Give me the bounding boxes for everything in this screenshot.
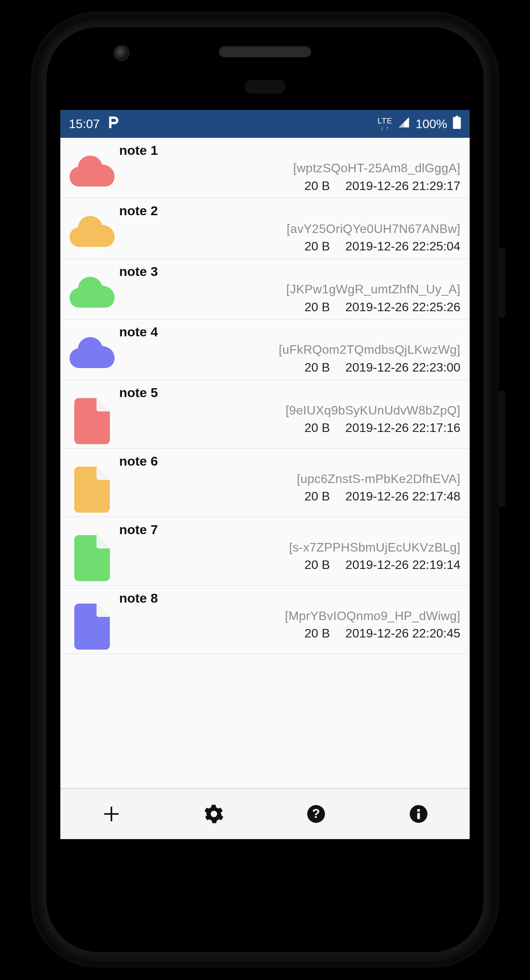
cloud-icon	[65, 142, 119, 187]
document-icon	[65, 521, 119, 581]
plus-icon	[102, 804, 121, 824]
status-left: 15:07	[69, 116, 119, 132]
note-hash: [upc6ZnstS-mPbKe2DfhEVA]	[119, 471, 460, 487]
note-title: note 5	[119, 384, 460, 401]
signal-icon	[398, 116, 410, 132]
note-hash: [9eIUXq9bSyKUnUdvW8bZpQ]	[119, 403, 460, 419]
note-meta: 20 B2019-12-26 22:17:48	[119, 488, 460, 505]
document-icon	[65, 384, 119, 444]
add-button[interactable]	[98, 800, 125, 828]
network-arrows-icon: ↓↑	[381, 125, 389, 131]
note-hash: [MprYBvIOQnmo9_HP_dWiwg]	[119, 608, 460, 624]
note-timestamp: 2019-12-26 22:25:26	[345, 299, 460, 315]
note-title: note 3	[119, 263, 460, 280]
help-icon: ?	[306, 804, 326, 824]
note-size: 20 B	[304, 299, 330, 315]
note-body: note 8[MprYBvIOQnmo9_HP_dWiwg]20 B2019-1…	[119, 589, 460, 642]
note-title: note 2	[119, 202, 460, 219]
device-camera	[115, 46, 128, 60]
note-hash: [uFkRQom2TQmdbsQjLKwzWg]	[119, 342, 460, 358]
note-body: note 3[JKPw1gWgR_umtZhfN_Uy_A]20 B2019-1…	[119, 263, 460, 315]
battery-icon	[453, 116, 461, 132]
android-p-icon	[108, 116, 119, 132]
note-list[interactable]: note 1[wptzSQoHT-25Am8_dlGggA]20 B2019-1…	[60, 138, 470, 654]
document-icon	[65, 452, 119, 513]
svg-rect-4	[417, 813, 420, 819]
note-timestamp: 2019-12-26 22:17:48	[345, 488, 460, 505]
note-title: note 6	[119, 452, 460, 469]
note-body: note 2[avY25OriQYe0UH7N67ANBw]20 B2019-1…	[119, 202, 460, 254]
info-button[interactable]	[405, 800, 432, 828]
note-hash: [JKPw1gWgR_umtZhfN_Uy_A]	[119, 281, 460, 298]
note-timestamp: 2019-12-26 22:19:14	[345, 557, 460, 573]
device-sensor	[244, 80, 286, 94]
bottom-toolbar: ?	[60, 788, 470, 839]
note-title: note 1	[119, 142, 460, 159]
device-side-button-1	[498, 248, 506, 317]
note-title: note 4	[119, 323, 460, 340]
note-meta: 20 B2019-12-26 22:19:14	[119, 557, 460, 573]
network-lte-icon: LTE ↓↑	[378, 117, 392, 131]
note-row[interactable]: note 5[9eIUXq9bSyKUnUdvW8bZpQ]20 B2019-1…	[60, 380, 470, 449]
note-row[interactable]: note 3[JKPw1gWgR_umtZhfN_Uy_A]20 B2019-1…	[60, 259, 470, 319]
note-meta: 20 B2019-12-26 22:20:45	[119, 625, 460, 642]
status-clock: 15:07	[69, 117, 100, 131]
gear-icon	[204, 804, 224, 824]
note-body: note 1[wptzSQoHT-25Am8_dlGggA]20 B2019-1…	[119, 142, 460, 194]
note-size: 20 B	[304, 420, 330, 436]
note-timestamp: 2019-12-26 22:25:04	[345, 238, 460, 255]
status-right: LTE ↓↑ 100%	[378, 116, 461, 132]
note-row[interactable]: note 4[uFkRQom2TQmdbsQjLKwzWg]20 B2019-1…	[60, 319, 470, 380]
note-meta: 20 B2019-12-26 21:29:17	[119, 178, 460, 194]
note-row[interactable]: note 6[upc6ZnstS-mPbKe2DfhEVA]20 B2019-1…	[60, 449, 470, 517]
note-timestamp: 2019-12-26 21:29:17	[345, 178, 460, 194]
settings-button[interactable]	[200, 800, 227, 828]
note-row[interactable]: note 8[MprYBvIOQnmo9_HP_dWiwg]20 B2019-1…	[60, 586, 470, 654]
note-row[interactable]: note 7[s-x7ZPPHSbmUjEcUKVzBLg]20 B2019-1…	[60, 517, 470, 586]
note-timestamp: 2019-12-26 22:17:16	[345, 420, 460, 436]
status-bar: 15:07 LTE ↓↑ 100%	[60, 110, 470, 138]
svg-text:?: ?	[312, 806, 320, 821]
note-size: 20 B	[304, 488, 330, 505]
document-icon	[65, 589, 119, 650]
note-meta: 20 B2019-12-26 22:17:16	[119, 420, 460, 436]
device-speaker	[219, 46, 311, 57]
note-hash: [wptzSQoHT-25Am8_dlGggA]	[119, 160, 460, 176]
note-body: note 7[s-x7ZPPHSbmUjEcUKVzBLg]20 B2019-1…	[119, 521, 460, 573]
note-row[interactable]: note 1[wptzSQoHT-25Am8_dlGggA]20 B2019-1…	[60, 138, 470, 198]
note-body: note 5[9eIUXq9bSyKUnUdvW8bZpQ]20 B2019-1…	[119, 384, 460, 436]
note-timestamp: 2019-12-26 22:20:45	[345, 625, 460, 642]
note-row[interactable]: note 2[avY25OriQYe0UH7N67ANBw]20 B2019-1…	[60, 198, 470, 259]
battery-percent: 100%	[415, 117, 447, 131]
svg-point-3	[417, 809, 420, 812]
cloud-icon	[65, 323, 119, 368]
note-hash: [s-x7ZPPHSbmUjEcUKVzBLg]	[119, 540, 460, 556]
note-size: 20 B	[304, 557, 330, 573]
note-body: note 6[upc6ZnstS-mPbKe2DfhEVA]20 B2019-1…	[119, 452, 460, 505]
info-icon	[409, 804, 428, 824]
note-size: 20 B	[304, 625, 330, 642]
note-title: note 7	[119, 521, 460, 538]
screen: 15:07 LTE ↓↑ 100% note 1	[60, 110, 470, 839]
note-title: note 8	[119, 589, 460, 607]
note-meta: 20 B2019-12-26 22:23:00	[119, 360, 460, 376]
cloud-icon	[65, 202, 119, 247]
cloud-icon	[65, 263, 119, 308]
device-side-button-2	[498, 391, 506, 507]
note-size: 20 B	[304, 178, 330, 194]
note-meta: 20 B2019-12-26 22:25:04	[119, 238, 460, 255]
note-size: 20 B	[304, 360, 330, 376]
note-size: 20 B	[304, 238, 330, 255]
note-meta: 20 B2019-12-26 22:25:26	[119, 299, 460, 315]
note-body: note 4[uFkRQom2TQmdbsQjLKwzWg]20 B2019-1…	[119, 323, 460, 375]
note-hash: [avY25OriQYe0UH7N67ANBw]	[119, 221, 460, 237]
note-timestamp: 2019-12-26 22:23:00	[345, 360, 460, 376]
network-label: LTE	[378, 117, 392, 125]
help-button[interactable]: ?	[303, 800, 330, 828]
